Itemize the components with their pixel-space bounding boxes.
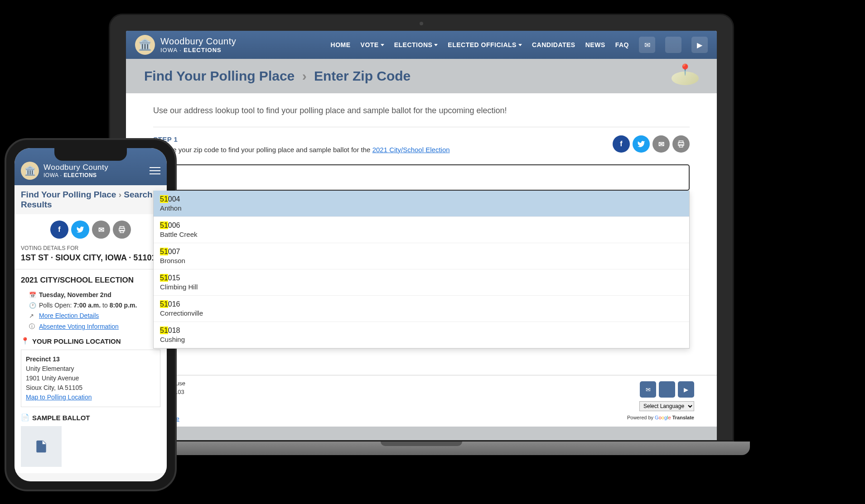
location-pin-icon: 📍	[21, 337, 29, 345]
zip-option[interactable]: 51018Cushing	[154, 322, 689, 348]
voting-address: 1ST ST · SIOUX CITY, IOWA · 51101	[14, 251, 167, 269]
nav-vote[interactable]: VOTE	[361, 41, 384, 48]
more-details-item: ↗ More Election Details	[29, 312, 160, 319]
clock-icon: 🕐	[29, 302, 35, 309]
site-logo-text: Woodbury County IOWA · ELECTIONS	[160, 36, 236, 53]
footer-gray-bar	[126, 427, 717, 440]
primary-nav: HOME VOTE ELECTIONS ELECTED OFFICIALS CA…	[331, 37, 708, 53]
nav-elections[interactable]: ELECTIONS	[394, 41, 438, 48]
sample-ballot-pdf-thumbnail[interactable]	[21, 426, 62, 467]
brand-title: Woodbury County	[160, 36, 236, 47]
map-pin-icon: 📍	[672, 67, 699, 85]
mobile-logo-text: Woodbury County IOWA · ELECTIONS	[43, 163, 150, 178]
election-link[interactable]: 2021 City/School Election	[372, 146, 450, 154]
page-title: Find Your Polling Place › Enter Zip Code	[144, 68, 411, 84]
apple-button[interactable]	[665, 37, 681, 53]
site-header: 🏛️ Woodbury County IOWA · ELECTIONS HOME…	[126, 31, 717, 59]
footer-icon-buttons: ✉ ▶	[640, 381, 694, 398]
intro-text: Use our address lookup tool to find your…	[153, 106, 690, 115]
footer-apple-button[interactable]	[659, 381, 675, 398]
chevron-down-icon	[381, 44, 384, 46]
mobile-share-toolbar: f ✉	[14, 214, 167, 245]
laptop-base	[93, 442, 750, 455]
print-button[interactable]	[672, 135, 690, 153]
zip-option[interactable]: 51006Battle Creek	[154, 217, 689, 243]
footer-play-button[interactable]: ▶	[678, 381, 694, 398]
laptop-body: 🏛️ Woodbury County IOWA · ELECTIONS HOME…	[109, 14, 734, 442]
divider	[153, 127, 690, 127]
zip-code-input[interactable]	[153, 164, 690, 191]
facebook-share-button[interactable]: f	[613, 135, 630, 153]
mobile-print-button[interactable]	[113, 221, 131, 239]
mail-button[interactable]: ✉	[639, 37, 655, 53]
polling-location-heading: 📍 YOUR POLLING LOCATION	[21, 337, 160, 345]
election-details-section: 2021 CITY/SCHOOL ELECTION 📅 Tuesday, Nov…	[14, 269, 167, 473]
step-description: Choose your zip code to find your pollin…	[153, 146, 450, 154]
page-title-bar: Find Your Polling Place › Enter Zip Code…	[126, 59, 717, 93]
step-row: STEP 1 Choose your zip code to find your…	[153, 135, 690, 154]
sample-ballot-heading: 📄 SAMPLE BALLOT	[21, 413, 160, 422]
email-share-button[interactable]: ✉	[652, 135, 670, 153]
step-label: STEP 1	[153, 135, 450, 143]
voting-details-label: VOTING DETAILS FOR	[14, 245, 167, 251]
phone-notch	[54, 148, 127, 161]
nav-news[interactable]: NEWS	[585, 41, 605, 48]
zip-option[interactable]: 51015Climbing Hill	[154, 269, 689, 296]
chevron-right-icon: ›	[119, 190, 121, 199]
zip-autocomplete-dropdown: 51004Anthon51006Battle Creek51007Bronson…	[153, 191, 690, 349]
mobile-screen: 🏛️ Woodbury County IOWA · ELECTIONS Find…	[14, 148, 167, 481]
share-toolbar: f ✉	[613, 135, 690, 153]
translate-attribution: Powered by Google Translate	[627, 415, 694, 420]
mobile-email-share-button[interactable]: ✉	[92, 221, 110, 239]
precinct-street: 1901 Unity Avenue	[26, 374, 155, 383]
mobile-facebook-share-button[interactable]: f	[50, 221, 68, 239]
footer-mail-button[interactable]: ✉	[640, 381, 656, 398]
election-title: 2021 CITY/SCHOOL ELECTION	[21, 276, 160, 285]
mobile-twitter-share-button[interactable]	[71, 221, 89, 239]
more-election-details-link[interactable]: More Election Details	[39, 312, 99, 319]
precinct-label: Precinct 13	[26, 355, 155, 364]
language-select[interactable]: Select Language	[639, 401, 694, 411]
site-footer: ty Courthouse t. - Room 103 1101 nty Web…	[126, 375, 717, 441]
nav-candidates[interactable]: CANDIDATES	[532, 41, 575, 48]
chevron-right-icon: ›	[302, 68, 307, 83]
precinct-city: Sioux City, IA 51105	[26, 383, 155, 393]
laptop-mockup: 🏛️ Woodbury County IOWA · ELECTIONS HOME…	[109, 14, 734, 466]
zip-option[interactable]: 51016Correctionville	[154, 296, 689, 322]
play-button[interactable]: ▶	[691, 37, 708, 53]
polls-hours-item: 🕐 Polls Open: 7:00 a.m. to 8:00 p.m.	[29, 302, 160, 309]
election-date-item: 📅 Tuesday, November 2nd	[29, 291, 160, 298]
document-icon: 📄	[21, 413, 29, 422]
main-content: Use our address lookup tool to find your…	[126, 93, 717, 361]
twitter-share-button[interactable]	[633, 135, 650, 153]
mobile-page-title: Find Your Polling Place › Search Results	[14, 185, 167, 214]
precinct-venue: Unity Elementary	[26, 364, 155, 374]
chevron-down-icon	[518, 44, 522, 46]
camera-icon	[420, 22, 423, 25]
zip-option[interactable]: 51004Anthon	[154, 191, 689, 217]
phone-mockup: 🏛️ Woodbury County IOWA · ELECTIONS Find…	[5, 138, 177, 491]
zip-option[interactable]: 51007Bronson	[154, 243, 689, 269]
chevron-down-icon	[434, 44, 438, 46]
info-icon: ⓘ	[29, 322, 35, 331]
site-seal-icon: 🏛️	[135, 35, 155, 55]
step-info: STEP 1 Choose your zip code to find your…	[153, 135, 450, 154]
absentee-item: ⓘ Absentee Voting Information	[29, 322, 160, 331]
map-to-polling-link[interactable]: Map to Polling Location	[26, 394, 92, 401]
nav-faq[interactable]: FAQ	[615, 41, 629, 48]
hamburger-menu-button[interactable]	[150, 167, 160, 174]
absentee-voting-link[interactable]: Absentee Voting Information	[39, 323, 119, 330]
nav-home[interactable]: HOME	[331, 41, 351, 48]
nav-elected-officials[interactable]: ELECTED OFFICIALS	[448, 41, 522, 48]
polling-location-card: Precinct 13 Unity Elementary 1901 Unity …	[21, 350, 160, 407]
brand-subtitle: IOWA · ELECTIONS	[160, 47, 236, 53]
mobile-seal-icon: 🏛️	[21, 162, 39, 180]
calendar-icon: 📅	[29, 292, 35, 298]
external-link-icon: ↗	[29, 312, 35, 319]
desktop-screen: 🏛️ Woodbury County IOWA · ELECTIONS HOME…	[126, 31, 717, 440]
election-info-list: 📅 Tuesday, November 2nd 🕐 Polls Open: 7:…	[21, 291, 160, 331]
